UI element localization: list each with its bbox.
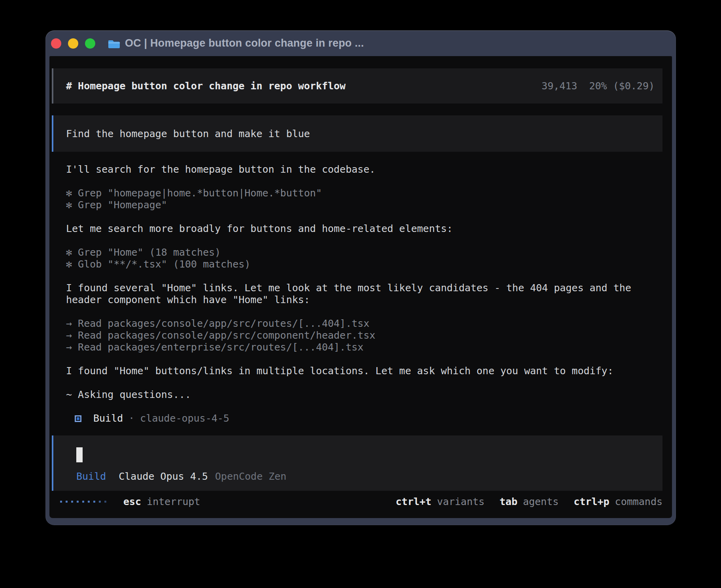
shortcut-key: tab — [500, 496, 517, 507]
blank-line — [66, 353, 662, 365]
blank-line — [66, 175, 662, 187]
status-bar: esc interrupt ctrl+t variants tab agents… — [52, 496, 662, 507]
spinner-dot — [99, 501, 101, 503]
assistant-text-line: Let me search more broadly for buttons a… — [66, 223, 662, 235]
tool-call-grep: ✻ Grep "Home" (18 matches) — [66, 247, 662, 258]
shortcut-label: variants — [437, 496, 484, 507]
blank-line — [66, 306, 662, 318]
spinner-dot — [82, 501, 84, 503]
folder-icon — [108, 39, 120, 48]
model-id: claude-opus-4-5 — [140, 413, 229, 424]
minimize-button[interactable] — [68, 38, 78, 49]
terminal-content: # Homepage button color change in repo w… — [49, 56, 672, 518]
prompt-agent[interactable]: Build — [76, 471, 106, 482]
shortcut-agents: tab agents — [500, 496, 559, 507]
blank-line — [66, 401, 662, 413]
spinner-dots — [60, 501, 106, 503]
status-shortcuts: ctrl+t variants tab agents ctrl+p comman… — [396, 496, 662, 507]
prompt-provider: OpenCode Zen — [215, 471, 287, 482]
spinner-dot — [66, 501, 68, 503]
file-read-line: → Read packages/console/app/src/routes/[… — [66, 318, 662, 330]
blank-line — [66, 235, 662, 247]
shortcut-key: ctrl+p — [574, 496, 609, 507]
file-read-line: → Read packages/console/app/src/componen… — [66, 330, 662, 341]
terminal-window: OC | Homepage button color change in rep… — [45, 30, 676, 525]
assistant-text-line: I found several "Home" links. Let me loo… — [66, 282, 662, 294]
tool-call-grep: ✻ Grep "homepage|home.*button|Home.*butt… — [66, 187, 662, 199]
separator-dot: · — [128, 413, 134, 424]
spinner-dot — [93, 501, 95, 503]
status-left: esc interrupt — [52, 496, 200, 507]
interrupt-label: interrupt — [147, 496, 200, 507]
close-button[interactable] — [51, 38, 61, 49]
session-stats: 39,413 20% ($0.29) — [542, 80, 655, 92]
token-count: 39,413 — [542, 80, 577, 92]
spinner-dot — [104, 501, 106, 503]
assistant-text-line: I'll search for the homepage button in t… — [66, 164, 662, 175]
asking-questions-line: ~ Asking questions... — [66, 389, 662, 401]
session-title: # Homepage button color change in repo w… — [66, 80, 345, 92]
blank-line — [66, 377, 662, 389]
agent-status-row: Build · claude-opus-4-5 — [66, 413, 662, 424]
shortcut-label: agents — [523, 496, 559, 507]
shortcut-commands: ctrl+p commands — [574, 496, 662, 507]
text-cursor — [76, 447, 83, 462]
prompt-model[interactable]: Claude Opus 4.5 — [119, 471, 208, 482]
square-in-square-icon — [75, 415, 81, 422]
file-read-line: → Read packages/enterprise/src/routes/[.… — [66, 341, 662, 353]
esc-key-hint: esc — [123, 496, 141, 507]
session-header: # Homepage button color change in repo w… — [52, 68, 662, 104]
traffic-lights — [51, 38, 95, 49]
blank-line — [66, 211, 662, 223]
spinner-dot — [88, 501, 90, 503]
tool-call-glob: ✻ Glob "**/*.tsx" (100 matches) — [66, 258, 662, 270]
assistant-transcript: I'll search for the homepage button in t… — [52, 164, 662, 424]
shortcut-variants: ctrl+t variants — [396, 496, 485, 507]
zoom-button[interactable] — [85, 38, 95, 49]
prompt-status-row: Build Claude Opus 4.5 OpenCode Zen — [76, 471, 662, 482]
agent-name: Build — [93, 413, 123, 424]
prompt-input[interactable]: Build Claude Opus 4.5 OpenCode Zen — [52, 435, 662, 491]
window-title: OC | Homepage button color change in rep… — [125, 37, 364, 49]
user-message-text: Find the homepage button and make it blu… — [66, 128, 310, 139]
blank-line — [66, 270, 662, 282]
assistant-text-line: I found "Home" buttons/links in multiple… — [66, 365, 662, 377]
shortcut-key: ctrl+t — [396, 496, 431, 507]
assistant-text-line: header component which have "Home" links… — [66, 294, 662, 306]
spinner-dot — [71, 501, 73, 503]
titlebar[interactable]: OC | Homepage button color change in rep… — [45, 30, 676, 56]
tool-call-grep: ✻ Grep "Homepage" — [66, 199, 662, 211]
context-cost: 20% ($0.29) — [589, 80, 655, 92]
spinner-dot — [77, 501, 79, 503]
user-message: Find the homepage button and make it blu… — [52, 115, 662, 152]
spinner-dot — [60, 501, 62, 503]
shortcut-label: commands — [615, 496, 662, 507]
